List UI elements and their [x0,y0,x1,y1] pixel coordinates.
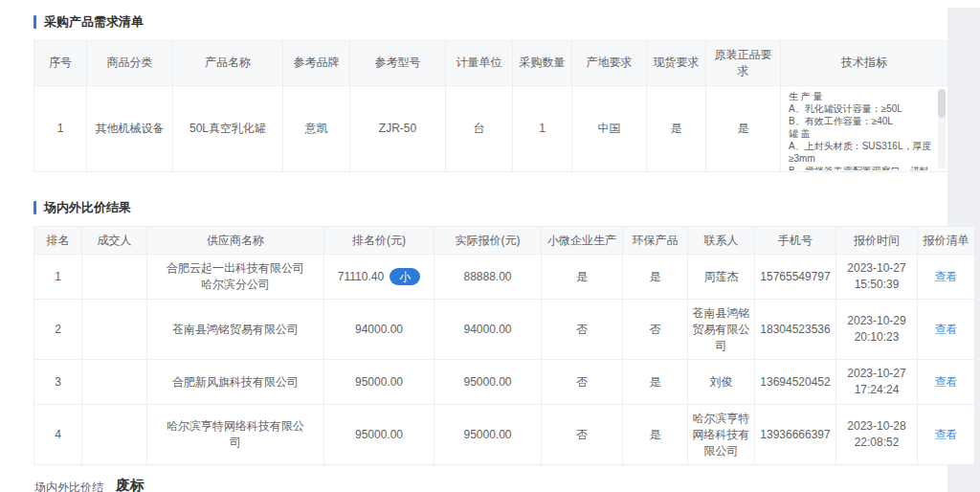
col-small-micro: 小微企业生产 [542,226,623,255]
cell-phone: 13694520452 [755,360,836,405]
col-winner: 成交人 [82,226,147,255]
requirements-section-title: 采购产品需求清单 [33,13,947,31]
col-tech-specs: 技术指标 [781,41,948,86]
cell-actual-price: 94000.00 [434,299,542,359]
col-rank: 排名 [34,226,82,255]
cell-rank: 2 [34,299,82,359]
col-origin: 产地要求 [572,41,647,86]
cell-winner [82,299,147,359]
tech-spec-line: A、乳化罐设计容量：≥50L [789,102,934,115]
cell-quote-list: 查看 [918,360,975,405]
col-quantity: 采购数量 [513,41,572,86]
section-title-text: 场内外比价结果 [44,199,131,216]
cell-contact: 刘俊 [688,360,755,405]
cell-rank-price: 94000.00 [324,299,434,359]
cell-supplier: 合肥新风旗科技有限公司 [147,360,324,405]
comparison-header-row: 排名 成交人 供应商名称 排名价(元) 实际报价(元) 小微企业生产 环保产品 … [34,226,975,255]
cell-origin: 中国 [572,85,647,171]
view-quote-link[interactable]: 查看 [935,323,958,336]
cell-actual-price: 95000.00 [434,404,542,464]
main-content: 采购产品需求清单 序号 商品分类 产品名称 参考品牌 参考型号 计量单位 采购数… [0,0,980,492]
cell-quantity: 1 [513,85,572,171]
cell-actual-price: 95000.00 [434,360,542,405]
result-row: 场内外比价结果: 废标 [33,479,947,492]
col-unit: 计量单位 [446,41,513,86]
cell-rank-price: 95000.00 [324,360,434,405]
rank-price-value: 71110.40 [338,270,384,283]
comparison-section-title: 场内外比价结果 [33,199,947,216]
section-title-text: 采购产品需求清单 [44,13,144,31]
cell-rank-price: 71110.40小 [324,255,434,300]
tech-spec-line: 罐 盖 [789,127,934,140]
cell-category: 其他机械设备 [87,85,173,171]
col-contact: 联系人 [688,226,755,255]
col-actual-price: 实际报价(元) [434,226,542,255]
table-row: 2 苍南县鸿铭贸易有限公司 94000.00 94000.00 否 否 苍南县鸿… [34,299,975,359]
cell-contact: 苍南县鸿铭贸易有限公司 [688,299,755,359]
cell-quote-time: 2023-10-27 17:24:24 [836,360,918,405]
col-rank-price: 排名价(元) [324,226,434,255]
cell-eco: 是 [623,360,688,405]
col-model: 参考型号 [350,41,446,86]
cell-winner [82,360,147,405]
scrollbar-thumb[interactable] [938,89,946,118]
requirements-table: 序号 商品分类 产品名称 参考品牌 参考型号 计量单位 采购数量 产地要求 现货… [33,40,948,172]
cell-in-stock: 是 [647,85,706,171]
col-phone: 手机号 [755,226,836,255]
col-quote-list: 报价清单 [918,226,975,255]
cell-small-micro: 否 [542,404,623,464]
cell-product-name: 50L真空乳化罐 [173,85,283,171]
small-enterprise-badge: 小 [390,268,420,285]
table-row: 1 其他机械设备 50L真空乳化罐 意凯 ZJR-50 台 1 中国 是 是 生… [34,85,948,171]
comparison-table: 排名 成交人 供应商名称 排名价(元) 实际报价(元) 小微企业生产 环保产品 … [33,226,975,466]
cell-winner [82,255,147,300]
view-quote-link[interactable]: 查看 [935,375,958,389]
cell-supplier: 哈尔滨亨特网络科技有限公 司 [147,404,324,464]
cell-quote-list: 查看 [918,255,975,300]
cell-quote-time: 2023-10-28 22:08:52 [836,404,918,464]
cell-unit: 台 [446,85,513,171]
table-row: 4 哈尔滨亨特网络科技有限公 司 95000.00 95000.00 否 是 哈… [34,404,975,464]
view-quote-link[interactable]: 查看 [935,270,958,283]
result-value: 废标 [116,477,145,492]
col-product-name: 产品名称 [173,41,283,86]
col-seq: 序号 [34,41,87,86]
cell-genuine: 是 [706,85,781,171]
cell-eco: 否 [623,299,688,359]
cell-contact: 哈尔滨亨特网络科技有限公司 [688,404,755,464]
cell-rank-price: 95000.00 [324,404,434,464]
cell-supplier: 苍南县鸿铭贸易有限公司 [147,299,324,359]
accent-bar-icon [33,15,36,29]
col-in-stock: 现货要求 [647,41,706,86]
cell-phone: 18304523536 [755,299,836,359]
cell-quote-list: 查看 [918,404,975,464]
cell-phone: 13936666397 [755,404,836,464]
cell-rank: 3 [34,360,82,405]
accent-bar-icon [33,201,36,214]
rank-price-value: 95000.00 [355,375,403,389]
cell-seq: 1 [34,85,87,171]
cell-small-micro: 否 [542,299,623,359]
table-row: 1 合肥云起一出科技有限公司 哈尔滨分公司 71110.40小 88888.00… [34,255,975,300]
cell-tech-specs: 生 产 量 A、乳化罐设计容量：≥50L B、有效工作容量：≥40L 罐 盖 A… [781,85,948,171]
cell-small-micro: 否 [542,360,623,405]
tech-spec-line: B、有效工作容量：≥40L [789,115,934,127]
cell-brand: 意凯 [283,85,350,171]
cell-quote-time: 2023-10-27 15:50:39 [836,255,918,300]
cell-contact: 周莲杰 [688,255,755,300]
rank-price-value: 95000.00 [355,428,403,441]
cell-quote-time: 2023-10-29 20:10:23 [836,299,918,359]
view-quote-link[interactable]: 查看 [935,428,958,441]
cell-model: ZJR-50 [350,85,446,171]
col-genuine: 原装正品要求 [706,41,781,86]
tech-specs-scroll-area[interactable]: 生 产 量 A、乳化罐设计容量：≥50L B、有效工作容量：≥40L 罐 盖 A… [789,90,934,170]
cell-phone: 15765549797 [755,255,836,300]
cell-quote-list: 查看 [918,299,975,359]
col-supplier: 供应商名称 [147,226,324,255]
cell-eco: 是 [623,404,688,464]
cell-supplier: 合肥云起一出科技有限公司 哈尔滨分公司 [147,255,324,300]
cell-small-micro: 是 [542,255,623,300]
tech-spec-line: 生 产 量 [789,90,934,102]
tech-spec-line: B、搅拌釜盖需配置观察口、进料口、压缩空气过滤器、LED照明灯、真空口、真空压力… [789,165,934,170]
rank-price-value: 94000.00 [355,323,403,336]
